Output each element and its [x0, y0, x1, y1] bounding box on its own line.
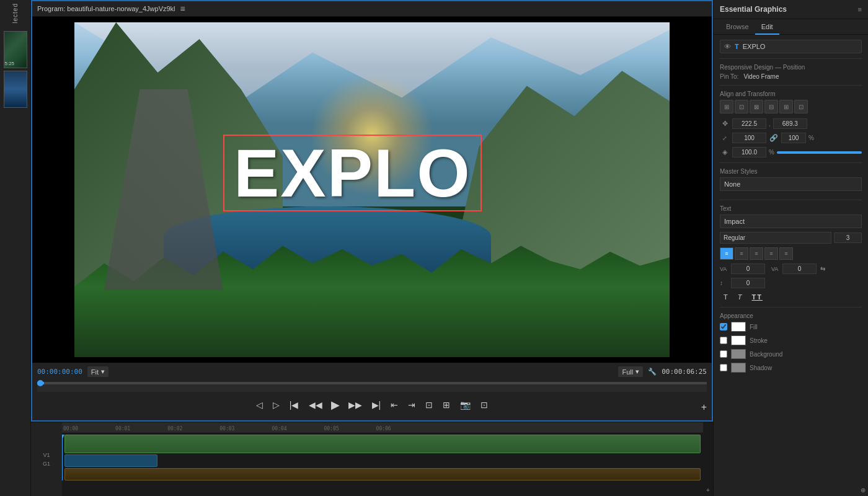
text-overlay-container[interactable]: EXPLO — [223, 135, 482, 211]
time-end: 00:00:06:25 — [662, 368, 707, 376]
essential-graphics-panel: Essential Graphics ≡ Browse Edit 👁 T EXP… — [713, 0, 868, 496]
tab-edit[interactable]: Edit — [755, 19, 779, 34]
style-btn-underline[interactable]: TT — [748, 292, 766, 302]
mark-out-btn[interactable]: ▷ — [272, 399, 281, 411]
shadow-color-swatch[interactable] — [731, 363, 746, 373]
layer-name: EXPLO — [743, 43, 857, 50]
clip-thumbnail-1[interactable]: 5:25 — [4, 31, 27, 68]
stroke-row: Stroke — [720, 335, 862, 345]
opacity-fill — [777, 151, 862, 154]
position-x-input[interactable] — [732, 118, 766, 129]
align-top-btn[interactable]: ⊟ — [764, 100, 778, 113]
layer-item-explo[interactable]: 👁 T EXPLO — [720, 40, 862, 53]
mark-in-btn[interactable]: ◁ — [255, 399, 264, 411]
timeline-scroll-btn[interactable]: + — [706, 487, 710, 494]
align-left-btn[interactable]: ⊞ — [720, 100, 733, 113]
shadow-checkbox[interactable] — [720, 364, 727, 371]
timeline-tracks: 00:00 00:01 00:02 00:03 00:04 00:05 00:0… — [62, 422, 703, 496]
stroke-color-swatch[interactable] — [731, 335, 746, 345]
tracking-input[interactable] — [731, 264, 765, 274]
align-text-justify2-btn[interactable]: ≡ — [779, 247, 793, 260]
position-sep: , — [769, 120, 771, 127]
step-forward-btn[interactable]: ▶▶ — [347, 399, 363, 411]
monitor-menu-icon[interactable]: ≡ — [180, 4, 185, 14]
time-bar: 00:00:00:00 Fit ▾ Full ▾ 🔧 00:00:06:25 — [32, 365, 712, 378]
step-back-btn[interactable]: ◀◀ — [308, 399, 324, 411]
tracks-content — [62, 435, 703, 480]
opacity-percent: % — [769, 149, 774, 156]
stroke-checkbox[interactable] — [720, 337, 727, 344]
fill-color-swatch[interactable] — [731, 322, 746, 332]
background-color-swatch[interactable] — [731, 349, 746, 359]
divider-4 — [720, 200, 862, 200]
fill-label: Fill — [750, 324, 758, 330]
align-center-h-btn[interactable]: ⊡ — [735, 100, 748, 113]
ruler-mark-6: 00:06 — [376, 426, 391, 432]
timeline-right-controls: + — [703, 422, 713, 496]
extract-btn[interactable]: ⊞ — [441, 399, 451, 411]
scale-h-input[interactable] — [781, 133, 806, 143]
tab-browse[interactable]: Browse — [720, 19, 755, 34]
opacity-icon: ◈ — [720, 148, 730, 156]
style-btn-italic[interactable]: T — [734, 292, 746, 302]
shadow-row: Shadow — [720, 363, 862, 373]
align-right-btn[interactable]: ⊠ — [750, 100, 763, 113]
to-out-btn[interactable]: ⇥ — [407, 399, 417, 411]
graphics-clip[interactable] — [64, 454, 157, 467]
kerning-input[interactable] — [782, 264, 817, 274]
panel-tabs: Browse Edit — [714, 19, 868, 35]
responsive-design-section: Responsive Design — Position — [720, 64, 862, 71]
audio-track[interactable] — [64, 468, 701, 480]
clip-thumbnail-2[interactable] — [4, 71, 27, 108]
panel-header: Essential Graphics ≡ — [714, 0, 868, 19]
scrubber-head[interactable] — [37, 380, 43, 386]
audio-clip[interactable] — [64, 468, 701, 480]
align-text-right-btn[interactable]: ≡ — [750, 247, 763, 260]
align-text-justify-btn[interactable]: ≡ — [764, 247, 778, 260]
align-text-center-btn[interactable]: ≡ — [735, 247, 748, 260]
ruler-mark-2: 00:02 — [167, 426, 182, 432]
align-bottom-btn[interactable]: ⊡ — [794, 100, 808, 113]
font-style-dropdown[interactable]: Regular — [720, 232, 831, 244]
time-current[interactable]: 00:00:00:00 — [37, 368, 82, 376]
align-transform-section: Align and Transform — [720, 91, 862, 97]
to-in-btn[interactable]: ⇤ — [389, 399, 399, 411]
font-family-dropdown[interactable]: Impact — [720, 215, 862, 228]
next-edit-btn[interactable]: ▶| — [371, 399, 383, 411]
align-center-v-btn[interactable]: ⊞ — [779, 100, 793, 113]
playhead[interactable] — [62, 435, 63, 480]
opacity-track[interactable] — [777, 151, 862, 154]
align-text-left-btn[interactable]: ≡ — [720, 247, 733, 260]
leading-input[interactable] — [731, 278, 765, 288]
kern-extra-btn[interactable]: ⇆ — [820, 265, 825, 272]
add-button[interactable]: + — [701, 402, 707, 413]
font-size-input[interactable] — [834, 232, 862, 243]
scale-w-input[interactable] — [732, 133, 766, 143]
camera-btn[interactable]: 📷 — [459, 399, 472, 411]
master-styles-dropdown[interactable]: None — [720, 177, 862, 191]
opacity-input[interactable] — [732, 147, 766, 157]
position-y-input[interactable] — [773, 118, 807, 129]
export-btn[interactable]: ⊡ — [479, 399, 489, 411]
monitor-controls: 00:00:00:00 Fit ▾ Full ▾ 🔧 00:00:06:25 — [32, 363, 712, 420]
leading-row: ↕ — [720, 278, 862, 288]
scrubber-track[interactable] — [37, 382, 707, 384]
video-frame: EXPLO — [74, 22, 670, 357]
explo-text: EXPLO — [224, 136, 480, 210]
style-btn-normal[interactable]: T — [720, 292, 732, 302]
video-track-v1[interactable] — [64, 435, 701, 453]
fit-control[interactable]: Fit ▾ — [87, 366, 108, 377]
visibility-icon[interactable]: 👁 — [724, 43, 731, 50]
scrubber-bar[interactable] — [37, 382, 707, 392]
quality-control[interactable]: Full ▾ — [618, 366, 643, 377]
background-checkbox[interactable] — [720, 350, 727, 358]
lift-btn[interactable]: ⊡ — [424, 399, 434, 411]
pin-value[interactable]: Video Frame — [743, 73, 779, 80]
play-btn[interactable]: ▶ — [331, 398, 340, 412]
panel-menu-icon[interactable]: ≡ — [858, 6, 862, 13]
wrench-icon[interactable]: 🔧 — [648, 368, 657, 376]
fill-checkbox[interactable] — [720, 323, 727, 330]
prev-edit-btn[interactable]: |◀ — [288, 399, 300, 411]
video-clip[interactable] — [64, 435, 701, 453]
panel-content: 👁 T EXPLO Responsive Design — Position P… — [714, 35, 868, 496]
